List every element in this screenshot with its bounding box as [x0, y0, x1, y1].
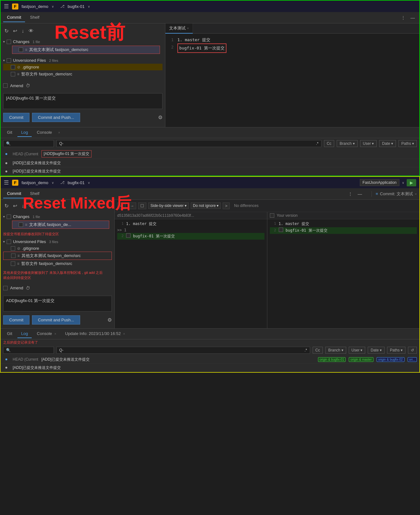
- changes-checkbox[interactable]: [7, 40, 11, 44]
- bottom-branch-name[interactable]: bugfix-01: [68, 180, 85, 185]
- diff-expand-button[interactable]: >: [223, 203, 230, 209]
- editor-tab-close-icon[interactable]: ×: [187, 26, 189, 30]
- bottom-log-entry-2[interactable]: [ADD]已提交未推送文件提交: [1, 364, 419, 372]
- diff-left-checkbox[interactable]: [126, 233, 130, 238]
- amend-checkbox[interactable]: [3, 83, 8, 88]
- bottom-project-dropdown-icon[interactable]: ∨: [52, 181, 54, 184]
- bottom-unversioned-checkbox[interactable]: [7, 240, 11, 244]
- bottom-update-close-icon[interactable]: ×: [123, 332, 125, 336]
- bottom-other-file-checkbox[interactable]: [11, 254, 16, 258]
- project-name[interactable]: fastjson_demo: [22, 4, 48, 9]
- log-tab-console[interactable]: Console ×: [33, 128, 67, 137]
- paths-filter-button[interactable]: Paths ▾: [398, 140, 417, 147]
- log-tab-log[interactable]: Log: [17, 128, 32, 137]
- diff-viewer-mode-select[interactable]: Side-by-side viewer ▾: [148, 203, 189, 209]
- bottom-log-tab-git[interactable]: Git: [3, 330, 16, 338]
- tab-commit[interactable]: Commit: [3, 13, 25, 22]
- bottom-changes-item-checkbox[interactable]: [19, 222, 23, 227]
- bottom-unversioned-header[interactable]: ▾ Unversioned Files 3 files: [3, 238, 112, 245]
- bottom-refresh-icon[interactable]: ↻: [3, 202, 10, 209]
- log-entry-1[interactable]: HEAD (Current [ADD]bugfix-01 第一次提交: [1, 149, 419, 159]
- bottom-editor-tab-label[interactable]: Commit: 文本测试: [380, 191, 413, 197]
- log-filter-input[interactable]: Q- .*: [56, 140, 321, 147]
- bottom-staged-checkbox[interactable]: [11, 261, 15, 266]
- bottom-hamburger-icon[interactable]: ☰: [4, 179, 9, 186]
- clock-icon[interactable]: ⏱: [26, 83, 30, 88]
- app-selector[interactable]: FastJsonApplication: [360, 179, 399, 186]
- unversioned-item-1[interactable]: ⊘ .gitignore: [3, 64, 162, 70]
- bottom-log-entry-1[interactable]: HEAD (Current [ADD]已提交未推送文件提交 origin & b…: [1, 356, 419, 364]
- log-entry-3[interactable]: [ADD]已提交未推送文件提交: [1, 167, 419, 176]
- diff-right-header-checkbox[interactable]: [270, 213, 274, 218]
- branch-dropdown-icon[interactable]: ∨: [88, 5, 90, 8]
- user-filter-button[interactable]: User ▾: [360, 140, 377, 147]
- diff-right-checkbox[interactable]: [279, 228, 283, 232]
- bottom-eye-icon[interactable]: 👁: [27, 203, 35, 209]
- bottom-date-filter-button[interactable]: Date ▾: [368, 347, 385, 354]
- commit-message-input[interactable]: [ADD]bugfix-01 第一次提交: [3, 93, 162, 109]
- bottom-log-filter-input[interactable]: Q- .*: [56, 347, 310, 354]
- download-icon[interactable]: ↓: [20, 28, 25, 35]
- bottom-filter-cc-button[interactable]: Cc: [313, 347, 323, 354]
- console-close-icon[interactable]: ×: [54, 129, 64, 137]
- changes-item[interactable]: ≡ 其他文本测试 fastjson_demo\src: [12, 46, 160, 54]
- diff-nav-forward-button[interactable]: →: [128, 203, 136, 209]
- bottom-console-close-icon[interactable]: ×: [54, 332, 56, 336]
- run-button[interactable]: ▶: [407, 179, 416, 186]
- unversioned-checkbox[interactable]: [7, 58, 11, 63]
- bottom-tab-commit[interactable]: Commit: [3, 189, 25, 198]
- bottom-undo-icon[interactable]: ↩: [12, 202, 18, 209]
- bottom-log-tab-log[interactable]: Log: [17, 330, 32, 338]
- log-entry-2[interactable]: [ADD]已提交未推送文件提交: [1, 159, 419, 167]
- refresh-icon[interactable]: ↻: [3, 27, 10, 35]
- changes-item-checkbox[interactable]: [19, 48, 23, 52]
- bottom-commit-message-input[interactable]: ADD]bugfix-01 第一次提交: [3, 296, 112, 312]
- unversioned-item-2[interactable]: ≡ 暂存文件 fastjson_demo\src: [3, 70, 162, 78]
- bottom-editor-tab-close-icon[interactable]: ×: [415, 192, 417, 196]
- changes-header[interactable]: ▾ Changes 1 file: [3, 38, 162, 45]
- bottom-clock-icon[interactable]: ⏱: [26, 286, 30, 291]
- bottom-unversioned-item-3[interactable]: ≡ 暂存文件 fastjson_demo\src: [3, 260, 112, 267]
- bottom-tab-shelf[interactable]: Shelf: [26, 189, 43, 198]
- bottom-gitignore-checkbox[interactable]: [11, 246, 15, 251]
- bottom-changes-checkbox[interactable]: [7, 215, 11, 219]
- branch-name[interactable]: bugfix-01: [68, 4, 85, 9]
- project-dropdown-icon[interactable]: ∨: [52, 5, 54, 8]
- date-filter-button[interactable]: Date ▾: [379, 140, 396, 147]
- diff-nav-back-button[interactable]: ←: [117, 203, 126, 209]
- bottom-log-tab-console[interactable]: Console ×: [33, 330, 60, 338]
- bottom-changes-item[interactable]: ≡ 文本测试 fastjson_de...: [12, 221, 109, 229]
- bottom-minimize-icon[interactable]: —: [356, 190, 364, 198]
- hamburger-icon[interactable]: ☰: [4, 3, 9, 10]
- branch-filter-button[interactable]: Branch ▾: [337, 140, 357, 147]
- editor-tab-active[interactable]: 文本测试 ×: [165, 23, 193, 34]
- gitignore-checkbox[interactable]: [11, 65, 15, 69]
- log-tab-git[interactable]: Git: [3, 128, 16, 137]
- bottom-paths-filter-button[interactable]: Paths ▾: [387, 347, 405, 354]
- bottom-download-icon[interactable]: ↓: [20, 203, 25, 209]
- bottom-changes-header[interactable]: ▾ Changes 1 file: [3, 213, 112, 220]
- bottom-amend-checkbox[interactable]: [3, 286, 8, 290]
- eye-icon[interactable]: 👁: [27, 28, 35, 35]
- settings-icon[interactable]: ⚙: [158, 114, 162, 120]
- unversioned-header[interactable]: ▾ Unversioned Files 2 files: [3, 57, 162, 64]
- bottom-unversioned-item-2[interactable]: ≡ 其他文本测试 fastjson_demo\src: [3, 252, 112, 260]
- bottom-refresh-log-button[interactable]: ↺: [408, 347, 417, 354]
- bottom-unversioned-item-1[interactable]: ⊘ .gitignore: [3, 245, 112, 252]
- filter-cc-button[interactable]: Cc: [324, 140, 334, 147]
- bottom-branch-dropdown-icon[interactable]: ∨: [88, 181, 90, 184]
- commit-button[interactable]: Commit: [3, 113, 29, 122]
- bottom-project-name[interactable]: fastjson_demo: [22, 180, 48, 185]
- undo-icon[interactable]: ↩: [12, 27, 18, 35]
- bottom-log-search-input[interactable]: 🔍: [3, 347, 54, 354]
- bottom-settings-icon[interactable]: ⚙: [107, 317, 112, 323]
- staged-file-checkbox[interactable]: [11, 72, 15, 76]
- bottom-more-options-icon[interactable]: ⋮: [346, 190, 354, 198]
- bottom-commit-push-button[interactable]: Commit and Push...: [32, 315, 80, 325]
- commit-push-button[interactable]: Commit and Push...: [32, 113, 80, 122]
- more-options-icon[interactable]: ⋮: [399, 14, 407, 22]
- log-search-input[interactable]: 🔍: [3, 140, 54, 147]
- bottom-user-filter-button[interactable]: User ▾: [349, 347, 366, 354]
- minimize-icon[interactable]: —: [409, 14, 417, 22]
- app-selector-dropdown-icon[interactable]: ∨: [402, 181, 404, 184]
